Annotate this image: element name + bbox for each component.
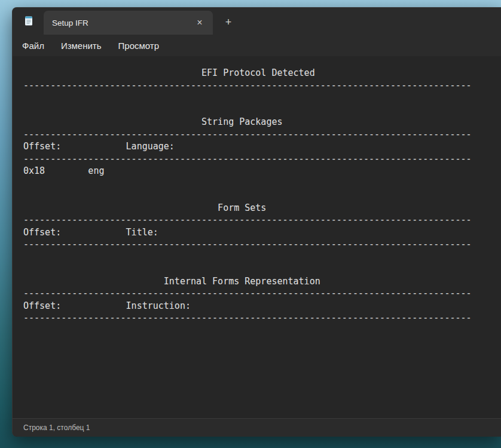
tab-bar: Setup IFR × + — [13, 8, 501, 35]
cursor-position: Строка 1, столбец 1 — [23, 424, 90, 432]
notepad-app-icon — [23, 16, 34, 26]
tab-close-icon[interactable]: × — [194, 17, 206, 29]
document-text: EFI Protocol Detected ------------------… — [13, 56, 501, 324]
editor-area[interactable]: EFI Protocol Detected ------------------… — [13, 56, 501, 418]
status-bar: Строка 1, столбец 1 — [13, 418, 501, 437]
menu-item-edit[interactable]: Изменить — [53, 38, 110, 54]
notepad-window: Setup IFR × + Файл Изменить Просмотр EFI… — [12, 7, 501, 437]
plus-icon: + — [225, 17, 232, 27]
menu-bar: Файл Изменить Просмотр — [13, 35, 501, 56]
tab-title: Setup IFR — [52, 19, 194, 27]
tab-setup-ifr[interactable]: Setup IFR × — [44, 11, 213, 35]
menu-item-view[interactable]: Просмотр — [110, 38, 168, 54]
menu-item-file[interactable]: Файл — [14, 38, 53, 54]
new-tab-button[interactable]: + — [220, 14, 237, 30]
